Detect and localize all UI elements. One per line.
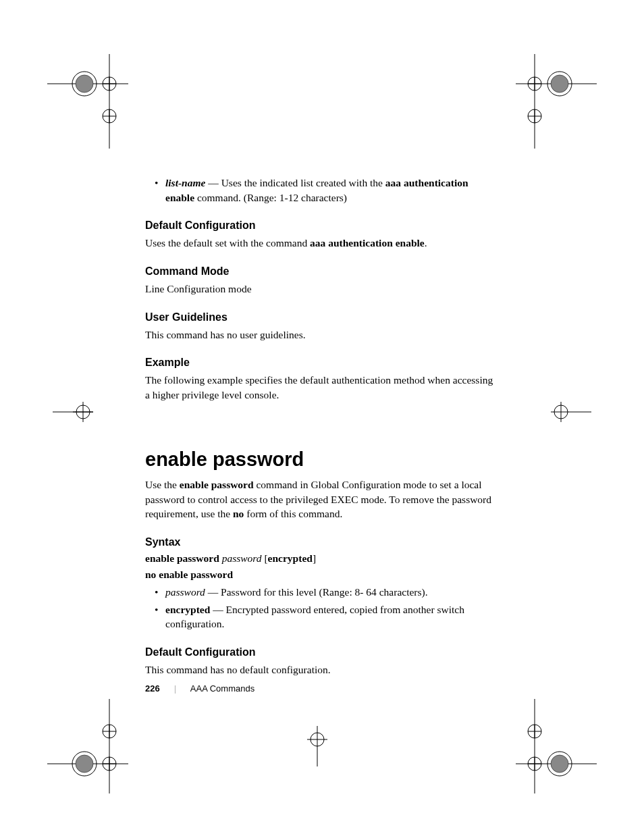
param-name: list-name [165, 177, 205, 188]
text-default-config-1: Uses the default set with the command aa… [145, 236, 496, 251]
text-user-guidelines: This command has no user guidelines. [145, 328, 496, 342]
svg-point-47 [311, 733, 324, 746]
svg-point-44 [528, 725, 541, 738]
svg-point-32 [72, 752, 97, 776]
svg-point-20 [76, 405, 90, 419]
text-enable-password-desc: Use the enable password command in Globa… [145, 477, 496, 521]
crop-mark-top-left [47, 54, 128, 149]
svg-point-29 [103, 757, 116, 771]
svg-point-24 [554, 405, 568, 419]
crop-mark-mid-left [53, 398, 93, 425]
bullet-encrypted: encrypted — Encrypted password entered, … [165, 602, 496, 631]
text-command-mode: Line Configuration mode [145, 282, 496, 296]
svg-point-33 [76, 755, 93, 773]
svg-point-5 [72, 72, 97, 96]
svg-point-43 [551, 755, 568, 773]
footer-section: AAA Commands [190, 683, 254, 694]
heading-enable-password: enable password [145, 448, 496, 471]
bullet-password: password — Password for this level (Rang… [165, 585, 496, 600]
heading-syntax: Syntax [145, 536, 496, 548]
heading-user-guidelines: User Guidelines [145, 311, 496, 323]
svg-point-12 [528, 77, 541, 90]
text-default-config-2: This command has no default configuratio… [145, 662, 496, 677]
crop-mark-bottom-center [297, 726, 338, 766]
svg-point-15 [547, 72, 572, 96]
page-number: 226 [145, 683, 160, 694]
svg-point-7 [103, 109, 116, 123]
svg-point-17 [528, 109, 541, 123]
param-password: password [165, 586, 205, 598]
syntax-line-1: enable password password [encrypted] [145, 552, 496, 565]
crop-mark-bottom-right [516, 699, 597, 793]
heading-example: Example [145, 357, 496, 369]
page-content: list-name — Uses the indicated list crea… [145, 176, 496, 680]
bullet-list-name: list-name — Uses the indicated list crea… [165, 176, 496, 205]
svg-point-39 [528, 757, 541, 771]
svg-point-2 [103, 77, 116, 90]
heading-default-config-2: Default Configuration [145, 646, 496, 658]
svg-point-16 [551, 75, 568, 93]
crop-mark-mid-right [551, 398, 591, 425]
page-footer: 226 | AAA Commands [145, 683, 254, 694]
heading-command-mode: Command Mode [145, 265, 496, 278]
param-encrypted: encrypted [165, 604, 210, 615]
crop-mark-top-right [516, 54, 597, 149]
syntax-line-2: no enable password [145, 569, 496, 581]
svg-point-6 [76, 75, 93, 93]
svg-point-42 [547, 752, 572, 776]
text-example: The following example specifies the defa… [145, 373, 496, 402]
footer-separator: | [174, 683, 176, 694]
heading-default-config-1: Default Configuration [145, 219, 496, 232]
crop-mark-bottom-left [47, 699, 128, 793]
svg-point-34 [103, 725, 116, 738]
